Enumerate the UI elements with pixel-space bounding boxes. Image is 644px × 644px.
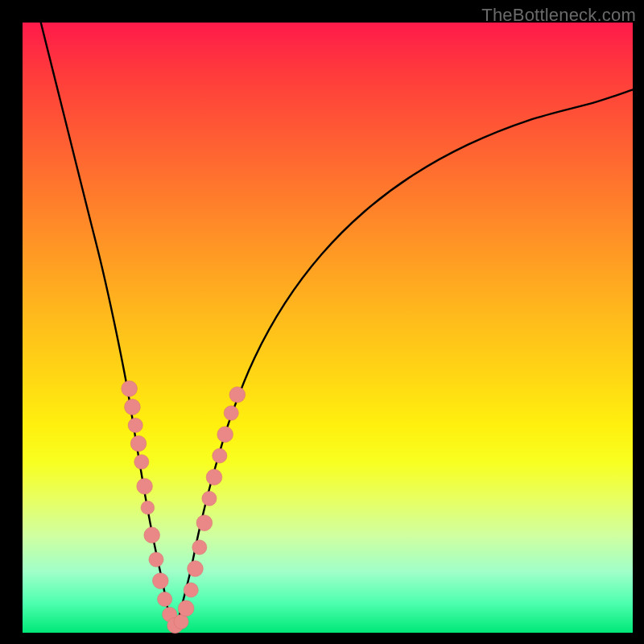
- plot-area: [23, 23, 633, 633]
- data-marker: [188, 561, 204, 577]
- data-marker: [149, 552, 163, 567]
- data-marker: [206, 469, 222, 485]
- data-marker: [137, 478, 153, 494]
- data-marker: [141, 501, 155, 514]
- chart-frame: TheBottleneck.com: [0, 0, 644, 644]
- data-marker: [217, 427, 233, 443]
- curve-right-branch: [175, 89, 634, 633]
- data-marker: [144, 527, 160, 543]
- data-marker: [128, 418, 142, 432]
- data-marker: [184, 583, 198, 597]
- data-marker: [224, 406, 238, 420]
- data-marker: [213, 448, 227, 463]
- data-marker: [202, 491, 217, 506]
- data-marker: [192, 540, 207, 555]
- data-marker: [130, 436, 147, 452]
- data-marker: [152, 573, 168, 589]
- data-marker: [196, 515, 213, 531]
- watermark-text: TheBottleneck.com: [481, 5, 636, 26]
- curve-layer: [23, 23, 633, 633]
- data-marker: [134, 455, 149, 469]
- data-marker: [158, 592, 172, 606]
- data-marker: [178, 601, 194, 617]
- data-marker: [125, 399, 141, 415]
- data-marker: [122, 381, 138, 397]
- data-marker: [174, 614, 188, 629]
- data-marker: [229, 387, 246, 403]
